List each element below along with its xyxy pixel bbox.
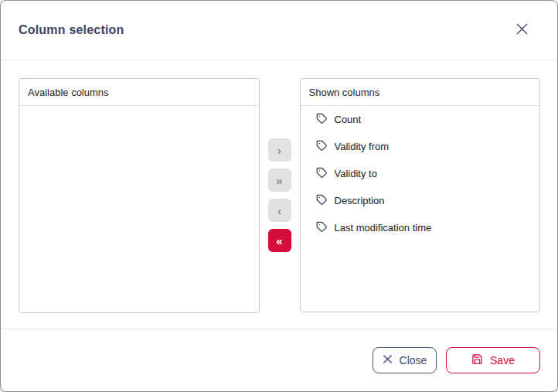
dialog-close-button[interactable] (512, 21, 531, 39)
tag-icon (316, 167, 328, 181)
list-item-label: Count (335, 114, 362, 125)
available-columns-header: Available columns (19, 79, 259, 106)
available-columns-list[interactable] (19, 106, 259, 312)
tag-icon (316, 113, 328, 127)
double-chevron-left-icon: « (276, 235, 282, 247)
list-item-label: Description (335, 195, 385, 206)
dialog-body: Available columns › » ‹ « Shown columns (1, 60, 557, 329)
close-icon (383, 354, 393, 366)
move-left-button[interactable]: ‹ (268, 199, 291, 222)
list-item[interactable]: Validity to (301, 160, 540, 187)
shown-columns-panel: Shown columns Count Validity from (300, 78, 541, 312)
transfer-buttons-column: › » ‹ « (260, 78, 300, 329)
dialog-header: Column selection (1, 1, 557, 60)
list-item-label: Validity from (335, 141, 390, 152)
list-item[interactable]: Count (301, 106, 540, 133)
move-right-button[interactable]: › (268, 138, 291, 162)
list-item[interactable]: Validity from (301, 133, 540, 160)
tag-icon (316, 140, 328, 154)
double-chevron-right-icon: » (276, 175, 282, 186)
move-all-left-button[interactable]: « (268, 229, 291, 252)
save-button[interactable]: Save (446, 347, 540, 373)
save-button-label: Save (490, 354, 515, 366)
list-item-label: Last modification time (335, 222, 432, 233)
dialog-footer: Close Save (1, 329, 557, 391)
list-item-label: Validity to (335, 168, 377, 179)
dialog-title: Column selection (19, 23, 124, 37)
save-icon (471, 353, 483, 367)
shown-columns-list: Count Validity from Validity to (301, 106, 540, 312)
tag-icon (316, 221, 328, 235)
list-item[interactable]: Description (301, 187, 540, 214)
move-all-right-button[interactable]: » (268, 169, 291, 192)
chevron-right-icon: › (277, 145, 281, 156)
list-item[interactable]: Last modification time (301, 214, 540, 241)
close-button-label: Close (400, 354, 427, 366)
shown-columns-header: Shown columns (301, 79, 540, 106)
close-button[interactable]: Close (373, 347, 437, 373)
tag-icon (316, 194, 328, 208)
available-columns-panel: Available columns (19, 78, 260, 313)
column-selection-dialog: Column selection Available columns › » ‹ (0, 0, 558, 392)
chevron-left-icon: ‹ (277, 205, 281, 216)
close-icon (515, 22, 529, 38)
